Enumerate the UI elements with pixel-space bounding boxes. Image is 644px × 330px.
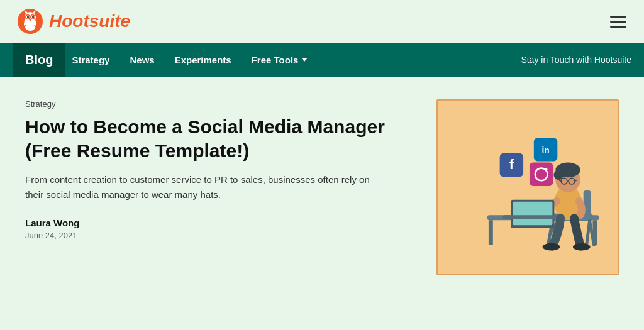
nav-cta[interactable]: Stay in Touch with Hootsuite xyxy=(521,55,631,65)
hootsuite-owl-icon xyxy=(18,9,43,34)
logo-text: Hootsuite xyxy=(49,11,130,31)
svg-rect-40 xyxy=(530,163,553,186)
hamburger-line-2 xyxy=(610,21,626,23)
svg-line-32 xyxy=(575,180,577,181)
nav-free-tools-label: Free Tools xyxy=(252,55,299,65)
chevron-down-icon xyxy=(301,58,308,62)
svg-rect-34 xyxy=(513,202,552,225)
hamburger-line-3 xyxy=(610,26,626,28)
top-bar: Hootsuite xyxy=(0,0,644,43)
svg-point-42 xyxy=(545,168,548,170)
nav-link-experiments[interactable]: Experiments xyxy=(175,55,231,65)
nav-blog-label[interactable]: Blog xyxy=(13,43,65,77)
article-image: f in xyxy=(436,99,619,275)
svg-point-36 xyxy=(543,243,560,251)
article-category: Strategy xyxy=(25,99,411,109)
article-excerpt: From content creation to customer servic… xyxy=(25,172,390,202)
svg-rect-14 xyxy=(438,101,618,274)
illustration-svg: f in xyxy=(438,101,618,274)
article-date: June 24, 2021 xyxy=(25,231,411,240)
svg-rect-35 xyxy=(503,215,563,219)
svg-rect-16 xyxy=(489,220,493,245)
svg-text:in: in xyxy=(541,146,549,155)
main-content: Strategy How to Become a Social Media Ma… xyxy=(0,77,644,294)
article-text: Strategy How to Become a Social Media Ma… xyxy=(25,99,411,240)
article-author: Laura Wong xyxy=(25,217,411,228)
svg-point-9 xyxy=(27,16,29,18)
nav-link-strategy[interactable]: Strategy xyxy=(72,55,109,65)
nav-link-news[interactable]: News xyxy=(130,55,154,65)
nav-link-free-tools[interactable]: Free Tools xyxy=(252,55,308,65)
svg-line-31 xyxy=(559,180,561,181)
article-title: How to Become a Social Media Manager (Fr… xyxy=(25,115,411,162)
hamburger-menu[interactable] xyxy=(610,16,626,28)
svg-point-10 xyxy=(32,16,34,18)
svg-text:f: f xyxy=(509,157,514,172)
logo-area: Hootsuite xyxy=(18,9,130,34)
svg-point-37 xyxy=(573,243,591,251)
hamburger-line-1 xyxy=(610,16,626,18)
nav-links: Strategy News Experiments Free Tools xyxy=(72,55,521,65)
nav-bar: Blog Strategy News Experiments Free Tool… xyxy=(0,43,644,77)
